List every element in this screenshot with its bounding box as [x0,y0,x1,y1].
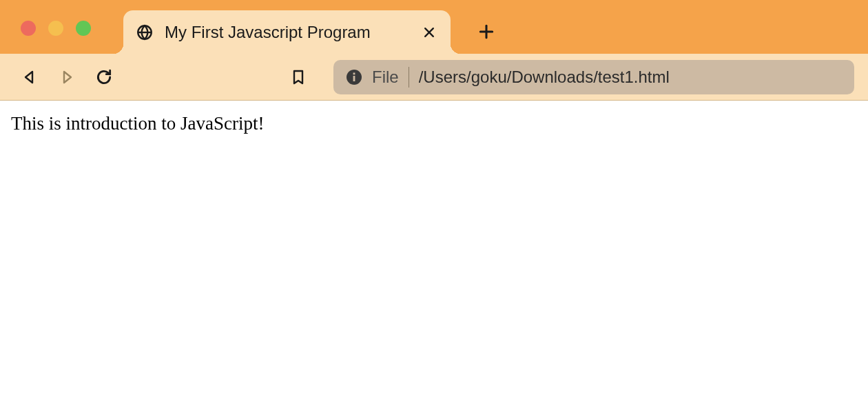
browser-tab[interactable]: My First Javascript Program [123,10,451,54]
globe-icon [136,23,154,41]
tab-strip: My First Javascript Program [0,0,868,54]
tab-title: My First Javascript Program [165,23,409,42]
page-body-text: This is introduction to JavaScript! [11,113,857,134]
reload-button[interactable] [88,61,120,93]
window-close-button[interactable] [21,21,36,36]
svg-rect-9 [353,72,355,74]
page-content: This is introduction to JavaScript! [0,101,868,147]
new-tab-button[interactable] [470,15,503,48]
address-bar[interactable]: File /Users/goku/Downloads/test1.html [333,60,854,94]
bookmark-button[interactable] [282,61,314,93]
toolbar: File /Users/goku/Downloads/test1.html [0,54,868,101]
back-button[interactable] [14,61,45,93]
forward-button[interactable] [51,61,83,93]
window-minimize-button[interactable] [48,21,63,36]
svg-marker-5 [25,72,32,83]
close-tab-button[interactable] [420,23,438,41]
url-divider [409,67,409,88]
svg-rect-8 [353,76,355,81]
url-path: /Users/goku/Downloads/test1.html [419,68,842,87]
window-maximize-button[interactable] [76,21,91,36]
site-info-icon[interactable] [346,69,362,85]
window-controls [21,21,91,36]
svg-marker-6 [64,72,71,83]
url-scheme-label: File [372,68,399,87]
